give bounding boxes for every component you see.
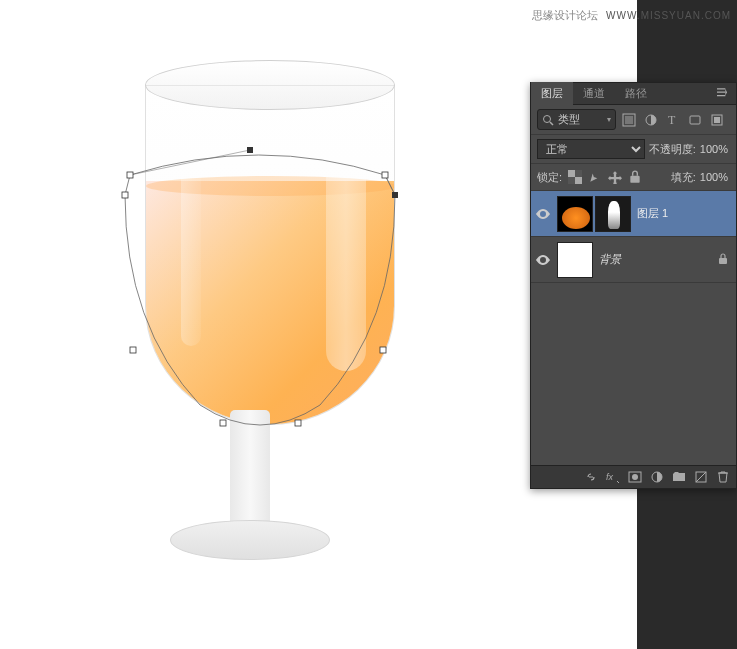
watermark-url: WWW.MISSYUAN.COM: [606, 10, 737, 21]
layer-mask-icon[interactable]: [626, 469, 644, 485]
filter-kind-label: 类型: [558, 112, 603, 127]
svg-line-12: [550, 122, 553, 125]
svg-rect-25: [719, 258, 727, 264]
link-layers-icon[interactable]: [582, 469, 600, 485]
panel-menu-icon[interactable]: [708, 88, 736, 100]
svg-point-11: [544, 115, 551, 122]
delete-layer-icon[interactable]: [714, 469, 732, 485]
svg-rect-24: [630, 176, 639, 183]
blend-row: 正常 不透明度: 100%: [531, 135, 736, 164]
watermark-text: 思缘设计论坛: [532, 8, 598, 23]
glass-base: [170, 520, 330, 560]
opacity-label: 不透明度:: [649, 142, 696, 157]
panel-spacer: [531, 283, 736, 465]
lock-icons: [566, 168, 644, 186]
glass-highlight-right: [326, 91, 366, 371]
filter-kind-dropdown[interactable]: 类型 ▾: [537, 109, 616, 130]
tab-layers[interactable]: 图层: [531, 82, 573, 105]
opacity-group: 不透明度: 100%: [649, 142, 730, 157]
svg-rect-14: [625, 116, 633, 124]
watermark: 思缘设计论坛 WWW.MISSYUAN.COM: [532, 8, 737, 23]
fill-value[interactable]: 100%: [698, 171, 730, 183]
svg-rect-23: [568, 177, 575, 184]
fill-group: 填充: 100%: [671, 170, 730, 185]
group-layers-icon[interactable]: [670, 469, 688, 485]
svg-rect-19: [714, 117, 720, 123]
layer-locked-icon: [718, 253, 732, 267]
chevron-down-icon: ▾: [607, 115, 611, 124]
visibility-toggle[interactable]: [535, 252, 551, 268]
layer-thumbnail[interactable]: [557, 242, 593, 278]
filter-pixel-icon[interactable]: [620, 111, 638, 129]
filter-smart-icon[interactable]: [708, 111, 726, 129]
svg-point-28: [632, 474, 638, 480]
filter-shape-icon[interactable]: [686, 111, 704, 129]
blend-mode-select[interactable]: 正常: [537, 139, 645, 159]
layer-mask-thumbnail[interactable]: [595, 196, 631, 232]
filter-type-icon[interactable]: T: [664, 111, 682, 129]
glass-rim: [145, 60, 395, 110]
layer-row-1[interactable]: 图层 1: [531, 191, 736, 237]
layer-thumbnails: [557, 242, 593, 278]
svg-rect-22: [575, 170, 582, 177]
lock-position-icon[interactable]: [606, 168, 624, 186]
layer-list: 图层 1 背景: [531, 191, 736, 283]
search-icon: [542, 114, 554, 126]
adjustment-layer-icon[interactable]: [648, 469, 666, 485]
layers-panel: 图层 通道 路径 类型 ▾ T 正常 不透明度: 100% 锁定:: [530, 82, 737, 489]
visibility-toggle[interactable]: [535, 206, 551, 222]
svg-rect-21: [575, 177, 582, 184]
layer-row-background[interactable]: 背景: [531, 237, 736, 283]
opacity-value[interactable]: 100%: [698, 143, 730, 155]
glass-highlight-left: [181, 96, 201, 346]
tab-channels[interactable]: 通道: [573, 82, 615, 105]
lock-transparency-icon[interactable]: [566, 168, 584, 186]
panel-footer: fx: [531, 465, 736, 488]
lock-label: 锁定:: [537, 170, 562, 185]
lock-row: 锁定: 填充: 100%: [531, 164, 736, 191]
filter-row: 类型 ▾ T: [531, 105, 736, 135]
svg-text:fx: fx: [606, 472, 614, 482]
lock-all-icon[interactable]: [626, 168, 644, 186]
svg-text:T: T: [668, 113, 676, 127]
layer-name[interactable]: 背景: [599, 252, 621, 267]
layer-thumbnails: [557, 196, 631, 232]
filter-adjustment-icon[interactable]: [642, 111, 660, 129]
glass-stem: [230, 410, 270, 530]
glass-bowl: [120, 50, 380, 420]
tab-paths[interactable]: 路径: [615, 82, 657, 105]
svg-rect-20: [568, 170, 575, 177]
lock-pixels-icon[interactable]: [586, 168, 604, 186]
new-layer-icon[interactable]: [692, 469, 710, 485]
layer-thumbnail[interactable]: [557, 196, 593, 232]
panel-tabs: 图层 通道 路径: [531, 83, 736, 105]
glass-body: [145, 85, 395, 425]
layer-name[interactable]: 图层 1: [637, 206, 668, 221]
fill-label: 填充:: [671, 170, 696, 185]
layer-fx-icon[interactable]: fx: [604, 469, 622, 485]
glass-image: [100, 40, 420, 600]
svg-rect-17: [690, 116, 700, 124]
